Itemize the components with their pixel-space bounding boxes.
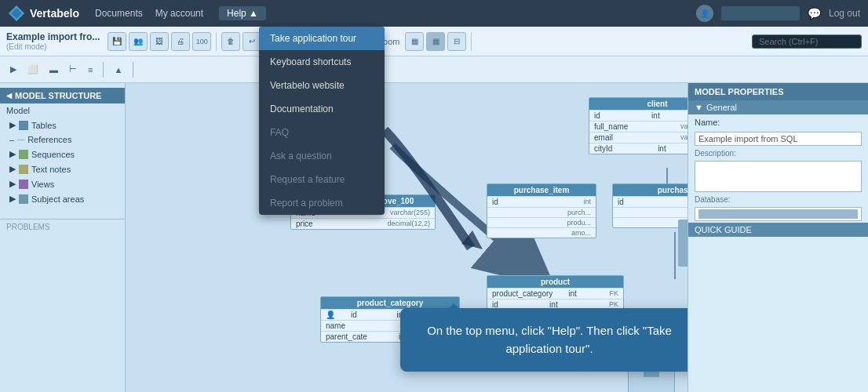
nav-links: Documents My account: [95, 8, 203, 19]
zoom-mode-btn2[interactable]: ▦: [426, 32, 445, 51]
name-input[interactable]: [695, 132, 862, 146]
nav-documents[interactable]: Documents: [95, 8, 143, 19]
table-row: purch...: [487, 207, 596, 217]
text-notes-icon: [19, 165, 28, 174]
left-sidebar: ◀ MODEL STRUCTURE Model ▶ Tables – — Ref…: [0, 83, 126, 392]
main-layout: ◀ MODEL STRUCTURE Model ▶ Tables – — Ref…: [0, 83, 868, 392]
expand-icon: ▶: [9, 120, 16, 130]
canvas-area[interactable]: client idintPK full_namevarchar(255) ema…: [126, 83, 687, 392]
name-label: Name:: [695, 118, 720, 127]
table-purchase-item[interactable]: purchase_item idint purch... produ... am…: [487, 183, 596, 238]
expand-icon: ▶: [9, 179, 16, 189]
database-input[interactable]: [695, 207, 862, 221]
table-row: produ...: [613, 217, 687, 227]
menu-item-feature[interactable]: Request a feature: [259, 168, 385, 191]
logo-icon: [8, 5, 25, 22]
users-button[interactable]: 👥: [129, 32, 148, 51]
table-row: pricedecimal(12,2): [291, 218, 435, 229]
table-purchase-header: purchase: [613, 184, 687, 196]
collapse-arrow[interactable]: ▼: [695, 103, 703, 112]
model-structure-label: MODEL STRUCTURE: [15, 91, 101, 100]
nav-my-account[interactable]: My account: [155, 8, 203, 19]
tables-label: Tables: [31, 121, 57, 130]
description-input[interactable]: [695, 161, 862, 192]
expand-icon: –: [9, 135, 14, 144]
table-row: purch...: [613, 207, 687, 217]
user-name-bar: [721, 6, 800, 20]
quick-guide-label: QUICK GUIDE: [695, 225, 752, 234]
sequences-icon: [19, 150, 28, 159]
help-menu-button[interactable]: Help ▲: [219, 6, 266, 20]
table-tool[interactable]: ▬: [46, 63, 62, 77]
select-rect-tool[interactable]: ⬜: [24, 62, 42, 77]
key-tool[interactable]: ⊢: [65, 62, 81, 77]
image-button[interactable]: 🖼: [150, 32, 169, 51]
right-sidebar: MODEL PROPERTIES ▼ General Name: Descrip…: [687, 83, 868, 392]
table-client[interactable]: client idintPK full_namevarchar(255) ema…: [589, 97, 687, 154]
sequences-label: Sequences: [31, 150, 75, 159]
menu-item-faq[interactable]: FAQ: [259, 121, 385, 144]
model-properties-header: MODEL PROPERTIES: [688, 83, 868, 100]
sidebar-item-views[interactable]: ▶ Views: [0, 176, 125, 191]
canvas-scroll-handle[interactable]: [678, 220, 687, 267]
views-label: Views: [31, 180, 54, 189]
select-tool[interactable]: ▶: [6, 62, 20, 77]
table-row: produ...: [487, 217, 596, 227]
edit-mode-label: (Edit mode): [6, 42, 100, 51]
tables-icon: [19, 121, 28, 130]
menu-item-ask[interactable]: Ask a question: [259, 144, 385, 168]
sidebar-item-references[interactable]: – — References: [0, 132, 125, 147]
table-purchase-item-header: purchase_item: [487, 184, 596, 196]
model-structure-header: ◀ MODEL STRUCTURE: [0, 88, 125, 103]
table-product-header: product: [487, 276, 623, 288]
help-dropdown-menu: Take application tour Keyboard shortcuts…: [259, 27, 385, 215]
diagram-toolbar: ▶ ⬜ ▬ ⊢ ≡ ▲: [0, 56, 868, 83]
menu-item-docs[interactable]: Documentation: [259, 97, 385, 121]
code-button[interactable]: 100: [192, 32, 211, 51]
table-row: idint: [487, 196, 596, 207]
logo[interactable]: Vertabelo: [8, 5, 79, 22]
sidebar-item-text-notes[interactable]: ▶ Text notes: [0, 162, 125, 176]
views-icon: [19, 180, 28, 189]
table-row: emailvarchar(255): [589, 132, 687, 143]
table-row: idint: [613, 196, 687, 207]
notifications-icon[interactable]: 💬: [808, 7, 821, 20]
svg-marker-6: [461, 230, 483, 249]
logout-button[interactable]: Log out: [829, 8, 860, 19]
sidebar-collapse-arrow[interactable]: ◀: [6, 92, 12, 100]
menu-item-tour[interactable]: Take application tour: [259, 27, 385, 50]
list-tool[interactable]: ≡: [84, 63, 97, 77]
save-button[interactable]: 💾: [108, 32, 126, 51]
user-avatar[interactable]: 👤: [696, 5, 713, 22]
zoom-mode-btn1[interactable]: ▦: [405, 32, 424, 51]
subject-areas-label: Subject areas: [31, 194, 84, 204]
menu-item-problem[interactable]: Report a problem: [259, 191, 385, 215]
problems-section: PROBLEMS: [0, 219, 125, 234]
toolbar-zoom-section: Zoom ▦ ▦ ⊟: [377, 32, 472, 51]
table-client-header: client: [589, 98, 687, 110]
breadcrumb-title: Example import fro...: [6, 31, 100, 42]
logo-text: Vertabelo: [30, 7, 79, 20]
menu-item-shortcuts[interactable]: Keyboard shortcuts: [259, 50, 385, 74]
table-row: idintPK: [589, 110, 687, 121]
delete-button[interactable]: 🗑: [221, 32, 240, 51]
references-icon: —: [17, 136, 24, 143]
table-product-category-header: product_category: [321, 297, 459, 309]
zoom-mode-btn3[interactable]: ⊟: [447, 32, 466, 51]
print-button[interactable]: 🖨: [171, 32, 190, 51]
general-section: ▼ General: [688, 100, 868, 114]
scroll-up-btn[interactable]: ▲: [110, 63, 126, 77]
table-row: amo...: [487, 227, 596, 238]
description-label: Description:: [688, 147, 868, 159]
sidebar-item-tables[interactable]: ▶ Tables: [0, 118, 125, 132]
search-input[interactable]: [752, 34, 862, 49]
text-notes-label: Text notes: [31, 165, 71, 174]
model-properties-label: MODEL PROPERTIES: [695, 87, 783, 96]
nav-right-area: 👤 💬 Log out: [696, 5, 860, 22]
main-toolbar: Example import fro... (Edit mode) 💾 👥 🖼 …: [0, 27, 868, 56]
table-purchase[interactable]: purchase idint purch... produ...: [612, 183, 687, 228]
database-label: Database:: [688, 194, 868, 205]
sidebar-item-subject-areas[interactable]: ▶ Subject areas: [0, 191, 125, 206]
menu-item-website[interactable]: Vertabelo website: [259, 74, 385, 97]
sidebar-item-sequences[interactable]: ▶ Sequences: [0, 147, 125, 162]
